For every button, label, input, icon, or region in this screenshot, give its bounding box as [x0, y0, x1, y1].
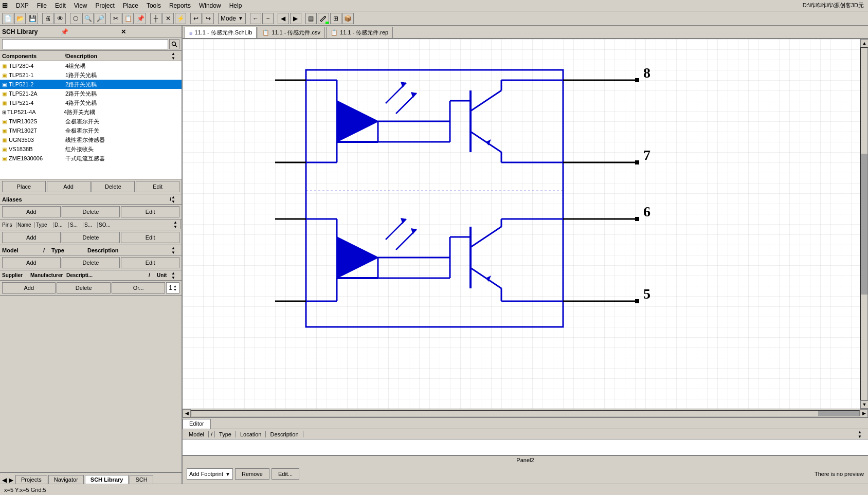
tab-projects[interactable]: Projects [15, 475, 47, 484]
menu-place[interactable]: Place [119, 1, 142, 10]
pins-add-button[interactable]: Add [2, 232, 61, 243]
pencil-button[interactable] [318, 13, 329, 24]
paste-button[interactable]: 📌 [135, 13, 146, 24]
pins-delete-button[interactable]: Delete [62, 232, 120, 243]
model-scroll[interactable]: ▲ ▼ [171, 246, 179, 255]
menu-dxp[interactable]: DXP [12, 1, 33, 10]
editor-tab[interactable]: Editor [183, 419, 211, 429]
model-add-button[interactable]: Add [2, 257, 61, 268]
comp-row-tlp521-2[interactable]: ▣ TLP521-2 2路开关光耦 [0, 80, 182, 89]
list-scrollbar-up[interactable]: ▲ ▼ [171, 51, 179, 61]
nav-next-button[interactable]: ▶ [9, 476, 13, 484]
menu-view[interactable]: View [70, 1, 92, 10]
panel-pin-button[interactable]: 📌 [59, 28, 119, 35]
scroll-left-button[interactable]: ◀ [183, 409, 191, 417]
scroll-down-button[interactable]: ▼ [860, 400, 868, 409]
expand-icon[interactable]: ⊞ [2, 109, 6, 115]
doc-tab-schlib[interactable]: ≡ 11.1 - 传感元件.SchLib [185, 27, 257, 38]
comp-row-tmr1302t[interactable]: ▣ TMR1302T 全极霍尔开关 [0, 126, 182, 135]
comp-row-zme1930006[interactable]: ▣ ZME1930006 干式电流互感器 [0, 154, 182, 163]
quantity-stepper[interactable]: ▲ ▼ [173, 284, 177, 291]
edit-button[interactable]: Edit [136, 181, 179, 192]
doc-tab-csv[interactable]: 📋 11.1 - 传感元件.csv [258, 27, 325, 38]
aliases-edit-button[interactable]: Edit [121, 206, 179, 217]
supplier-sort[interactable]: / [149, 272, 157, 278]
panel-close-button[interactable]: ✕ [119, 28, 179, 35]
quantity-field[interactable]: 1 ▲ ▼ [166, 282, 179, 294]
menu-window[interactable]: Window [195, 1, 225, 10]
comp-row-tlp521-4a[interactable]: ⊞ TLP521-4A 4路开关光耦 [0, 107, 182, 117]
h-scroll-track[interactable] [191, 410, 860, 416]
wire-button[interactable]: ┼ [150, 13, 161, 24]
place-button[interactable]: Place [2, 181, 46, 192]
nav-left-button[interactable]: ← [250, 13, 261, 24]
menu-project[interactable]: Project [92, 1, 119, 10]
model-edit-button[interactable]: Edit [121, 257, 179, 268]
menu-edit[interactable]: Edit [51, 1, 70, 10]
comp-row-tlp521-4[interactable]: ▣ TLP521-4 4路开关光耦 [0, 98, 182, 107]
pins-scroll[interactable]: ▲ ▼ [172, 220, 180, 229]
h-scroll-thumb[interactable] [818, 411, 859, 416]
supplier-delete-button[interactable]: Delete [57, 282, 110, 294]
cross-button[interactable]: ✕ [162, 13, 174, 24]
nav-prev-button[interactable]: ◀ [2, 476, 7, 484]
component-button[interactable]: 📦 [342, 13, 354, 24]
layers2-button[interactable]: ▤ [305, 13, 317, 24]
menu-tools[interactable]: Tools [142, 1, 165, 10]
aliases-scroll[interactable]: ▲ ▼ [171, 195, 179, 204]
menu-reports[interactable]: Reports [165, 1, 195, 10]
arrow-right-button[interactable]: ▶ [290, 13, 301, 24]
layers-button[interactable]: ⬡ [70, 13, 81, 24]
model-sort[interactable]: / [43, 247, 51, 253]
redo-button[interactable]: ↪ [203, 13, 214, 24]
scroll-track[interactable] [860, 47, 868, 400]
comp-row-tmr1302s[interactable]: ▣ TMR1302S 全极霍尔开关 [0, 117, 182, 126]
tab-sch[interactable]: SCH [130, 475, 153, 484]
comp-row-tlp521-2a[interactable]: ▣ TLP521-2A 2路开关光耦 [0, 89, 182, 98]
save-button[interactable]: 💾 [27, 13, 38, 24]
supplier-add-button[interactable]: Add [2, 282, 56, 294]
zoom-in-button[interactable]: 🔍 [82, 13, 94, 24]
supplier-scroll[interactable]: ▲ ▼ [171, 271, 179, 280]
doc-tab-rep[interactable]: 📋 11.1 - 传感元件.rep [326, 27, 393, 38]
add-footprint-dropdown[interactable]: Add Footprint ▼ [187, 468, 233, 480]
mode-dropdown[interactable]: Mode ▼ [218, 13, 246, 24]
comp-row-ugn3503[interactable]: ▣ UGN3503 线性霍尔传感器 [0, 135, 182, 144]
scroll-up-button[interactable]: ▲ [860, 39, 868, 47]
edit-button[interactable]: Edit... [272, 468, 299, 480]
aliases-add-button[interactable]: Add [2, 206, 61, 217]
right-scrollbar[interactable]: ▲ ▼ [860, 39, 868, 409]
aliases-delete-button[interactable]: Delete [62, 206, 120, 217]
h-scrollbar[interactable]: ◀ ▶ [183, 409, 868, 417]
search-input[interactable] [2, 39, 168, 49]
supplier-order-button[interactable]: Or... [112, 282, 165, 294]
preview-button[interactable]: 👁 [55, 13, 66, 24]
editor-scroll[interactable]: ▲ ▼ [858, 430, 866, 439]
component-list[interactable]: ▣ TLP280-4 4组光耦 ▣ TLP521-1 1路开关光耦 ▣ TLP5… [0, 61, 182, 179]
zoom-out-button[interactable]: 🔎 [95, 13, 106, 24]
qty-up-icon[interactable]: ▲ [173, 284, 177, 288]
comp-row-tlp280[interactable]: ▣ TLP280-4 4组光耦 [0, 61, 182, 70]
undo-button[interactable]: ↩ [190, 13, 202, 24]
grid-button[interactable]: ⊞ [330, 13, 341, 24]
delete-button[interactable]: Delete [92, 181, 135, 192]
print-button[interactable]: 🖨 [42, 13, 53, 24]
cut-button[interactable]: ✂ [110, 13, 121, 24]
tab-navigator[interactable]: Navigator [48, 475, 84, 484]
model-delete-button[interactable]: Delete [62, 257, 120, 268]
menu-help[interactable]: Help [225, 1, 246, 10]
qty-down-icon[interactable]: ▼ [173, 288, 177, 291]
copy-button[interactable]: 📋 [122, 13, 134, 24]
add-button[interactable]: Add [47, 181, 91, 192]
scroll-thumb[interactable] [861, 154, 867, 295]
schematic-area[interactable]: 1 2 3 4 [183, 39, 860, 409]
power-button[interactable]: ⚡ [175, 13, 186, 24]
pins-edit-button[interactable]: Edit [121, 232, 179, 243]
arrow-left-button[interactable]: ◀ [278, 13, 289, 24]
tab-sch-library[interactable]: SCH Library [85, 475, 129, 484]
comp-row-vs1838b[interactable]: ▣ VS1838B 红外接收头 [0, 144, 182, 154]
open-button[interactable]: 📂 [14, 13, 26, 24]
comp-row-tlp521-1[interactable]: ▣ TLP521-1 1路开关光耦 [0, 70, 182, 80]
scroll-right-button[interactable]: ▶ [860, 409, 868, 417]
remove-button[interactable]: Remove [235, 468, 269, 480]
